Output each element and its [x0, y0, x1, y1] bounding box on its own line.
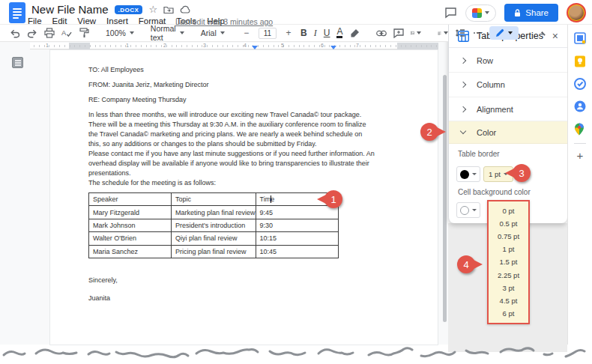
google-contacts-icon[interactable] — [574, 100, 586, 112]
google-calendar-icon[interactable] — [574, 32, 586, 44]
border-width-option[interactable]: 1 pt — [503, 245, 515, 253]
ruler-tick — [70, 45, 70, 47]
chevron-down-icon — [460, 128, 466, 134]
ruler-tick — [172, 45, 172, 47]
doc-table-cell[interactable]: 10:15 — [256, 232, 338, 245]
doc-table[interactable]: SpeakerTopicTimeMary FitzgeraldMarketing… — [88, 192, 339, 258]
print-icon[interactable] — [44, 26, 55, 40]
font-size-input[interactable]: 11 — [259, 28, 277, 39]
redo-icon[interactable] — [27, 26, 37, 40]
doc-table-cell[interactable]: Mary Fitzgerald — [89, 206, 172, 219]
section-alignment[interactable]: Alignment — [449, 97, 567, 121]
ruler-tick — [314, 45, 315, 47]
menu-item-format[interactable]: Format — [139, 16, 166, 25]
section-row[interactable]: Row — [449, 49, 567, 73]
google-keep-icon[interactable] — [574, 55, 586, 67]
docx-format-badge: .DOCX — [115, 5, 143, 14]
spell-check-icon[interactable]: A — [61, 26, 72, 40]
doc-table-cell[interactable]: Pricing plan final review — [172, 245, 256, 258]
font-select[interactable]: Arial — [201, 28, 225, 37]
border-width-option[interactable]: 0.5 pt — [500, 219, 518, 228]
border-width-option[interactable]: 2.25 pt — [498, 271, 519, 279]
doc-table-cell[interactable]: Marketing plan final review — [172, 206, 256, 219]
open-comments-icon[interactable] — [444, 7, 457, 19]
ruler-tick — [54, 45, 55, 47]
cell-background-swatch[interactable] — [456, 202, 480, 218]
close-panel-icon[interactable]: × — [552, 31, 558, 41]
ruler-number: 1 — [46, 43, 49, 48]
ruler-tick — [34, 45, 34, 47]
menu-item-insert[interactable]: Insert — [106, 16, 128, 25]
google-tasks-icon[interactable] — [574, 78, 586, 90]
chevron-right-icon — [460, 57, 466, 63]
text-color-button[interactable]: A — [336, 28, 342, 38]
border-width-option[interactable]: 3 pt — [503, 284, 515, 292]
doc-table-header-cell[interactable]: Speaker — [89, 193, 172, 206]
ruler-tick — [319, 45, 320, 47]
table-row: Mark JohnsonPresident's introduction9:30 — [89, 219, 339, 231]
document-title[interactable]: New File Name — [31, 3, 109, 16]
line-spacing-icon[interactable] — [455, 26, 465, 40]
doc-table-cell[interactable]: Maria Sanchez — [89, 245, 172, 258]
doc-table-cell[interactable]: 9:45 — [256, 206, 338, 219]
border-width-option[interactable]: 6 pt — [503, 309, 515, 318]
font-size-decrease-button[interactable]: − — [241, 26, 252, 40]
doc-line-to: TO: All Employees — [88, 65, 144, 75]
user-avatar[interactable] — [567, 3, 586, 22]
ruler-tick — [436, 45, 437, 47]
doc-table-cell[interactable]: 10:45 — [256, 245, 338, 258]
ruler-tick — [130, 45, 131, 47]
google-meet-button[interactable] — [465, 4, 496, 22]
ruler[interactable]: 11234567 — [30, 43, 438, 49]
section-color[interactable]: Color — [449, 121, 567, 144]
doc-table-header-cell[interactable]: Topic — [172, 193, 256, 206]
ruler-tick — [299, 45, 300, 47]
star-icon[interactable]: ☆ — [148, 4, 157, 15]
table-row: Walter O'BrienQiyi plan final review10:1… — [89, 232, 339, 245]
move-folder-icon[interactable] — [163, 5, 174, 14]
cloud-status-icon[interactable] — [180, 5, 191, 14]
border-width-option[interactable]: 0.75 pt — [498, 232, 519, 240]
document-text-line: There will be a meeting this Thursday at… — [88, 120, 366, 130]
cell-background-label: Cell background color — [458, 188, 531, 196]
google-docs-logo-icon[interactable] — [9, 2, 25, 23]
border-color-swatch[interactable] — [456, 166, 480, 182]
underline-button[interactable]: U — [324, 28, 330, 38]
get-addons-button[interactable]: + — [574, 149, 586, 162]
bold-button[interactable]: B — [300, 28, 307, 38]
doc-table-cell[interactable]: President's introduction — [172, 219, 256, 231]
border-width-option[interactable]: 4.5 pt — [500, 297, 518, 305]
paint-format-icon[interactable] — [79, 26, 89, 40]
zoom-select[interactable]: 100% — [106, 28, 134, 37]
doc-table-cell[interactable]: Walter O'Brien — [89, 232, 172, 245]
document-scrollbar[interactable] — [443, 75, 447, 322]
show-document-outline-icon[interactable] — [12, 57, 23, 68]
doc-table-cell[interactable]: 9:30 — [256, 219, 338, 231]
doc-table-cell[interactable]: Mark Johnson — [89, 219, 172, 231]
share-button[interactable]: Share — [504, 4, 558, 22]
ruler-tick — [90, 45, 91, 47]
editing-mode-button[interactable] — [489, 26, 519, 40]
italic-button[interactable]: I — [314, 28, 317, 39]
menu-item-edit[interactable]: Edit — [52, 16, 67, 25]
highlight-color-icon[interactable] — [349, 26, 360, 40]
font-size-increase-button[interactable]: + — [283, 26, 294, 40]
align-icon[interactable] — [438, 26, 448, 40]
last-edit-link[interactable]: Last edit was 3 minutes ago — [175, 17, 273, 26]
section-column[interactable]: Column — [449, 73, 567, 97]
menu-item-view[interactable]: View — [77, 16, 96, 25]
paragraph-style-select[interactable]: Normal text — [151, 24, 184, 42]
more-options-icon[interactable] — [472, 26, 483, 40]
border-width-option[interactable]: 1.5 pt — [500, 258, 518, 266]
document-text-line: Please contact me if you have any last m… — [88, 149, 375, 159]
undo-icon[interactable] — [10, 26, 20, 40]
add-comment-icon[interactable] — [393, 26, 404, 40]
insert-image-icon[interactable] — [411, 26, 421, 40]
doc-line-re: RE: Company Meeting Thursday — [88, 95, 186, 105]
menu-item-file[interactable]: File — [28, 16, 42, 25]
google-maps-icon[interactable] — [574, 123, 586, 135]
border-width-option[interactable]: 0 pt — [503, 207, 515, 215]
doc-table-cell[interactable]: Qiyi plan final review — [172, 232, 256, 245]
insert-link-icon[interactable] — [376, 26, 387, 40]
ruler-tick — [309, 45, 309, 47]
